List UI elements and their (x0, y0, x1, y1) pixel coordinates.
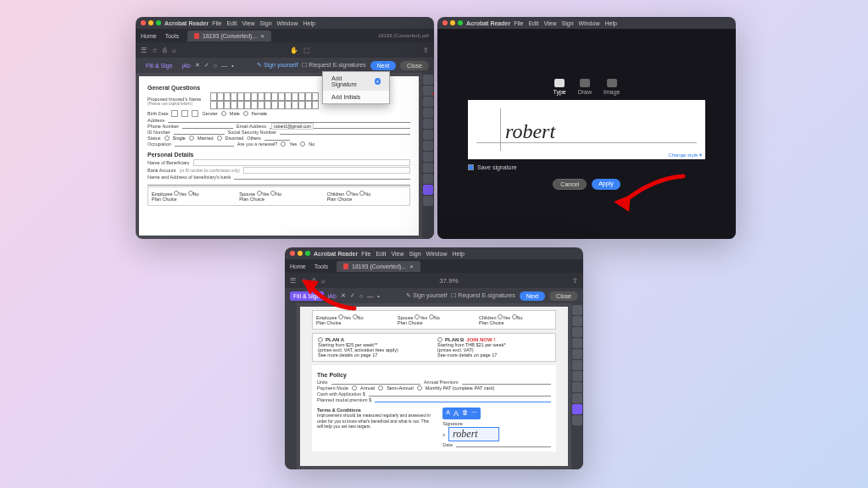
dot-tool-icon[interactable]: • (231, 63, 233, 69)
panel-icon[interactable] (572, 338, 582, 348)
panel-icon[interactable] (572, 371, 582, 381)
bene-addr-field[interactable] (234, 175, 410, 180)
panel-icon[interactable] (423, 97, 433, 107)
apply-button[interactable]: Apply (592, 179, 620, 190)
sig-size-up-icon[interactable]: A (453, 409, 459, 418)
signature-canvas[interactable]: robert Change style ▾ (468, 100, 705, 159)
menu-file[interactable]: File (212, 20, 221, 26)
menu-sign[interactable]: Sign (562, 20, 574, 26)
dot-tool-icon[interactable]: • (377, 293, 379, 299)
menu-window[interactable]: Window (277, 20, 298, 26)
beneficiary-field[interactable] (193, 159, 410, 166)
zoom-level[interactable]: 37.9% (439, 277, 459, 285)
close-tab-icon[interactable]: × (260, 32, 264, 40)
close-window-icon[interactable] (290, 251, 295, 256)
nav-tools[interactable]: Tools (165, 33, 179, 39)
maximize-window-icon[interactable] (305, 251, 310, 256)
radio-renewal-yes[interactable] (281, 141, 286, 147)
panel-icon[interactable] (572, 415, 582, 425)
request-esig-button[interactable]: ☐ Request E-signatures (302, 62, 365, 69)
sig-size-down-icon[interactable]: A (446, 409, 450, 418)
id-field[interactable] (174, 130, 225, 135)
panel-icon[interactable] (423, 174, 433, 184)
occupation-field[interactable] (175, 141, 234, 147)
panel-icon[interactable] (423, 119, 433, 129)
search-icon[interactable]: ⌕ (172, 47, 176, 54)
email-field[interactable]: robert1@gmail.com (270, 124, 410, 129)
check-tool-icon[interactable]: ✓ (350, 292, 355, 299)
request-esig-button[interactable]: ☐ Request E-signatures (451, 292, 515, 299)
document-tab[interactable]: 18193 (Converted)... × (337, 261, 420, 272)
menu-help[interactable]: Help (452, 251, 464, 257)
panel-icon[interactable] (572, 305, 582, 315)
select-tool-icon[interactable]: ⬚ (303, 47, 310, 54)
panel-icon[interactable] (572, 316, 582, 326)
ssn-field[interactable] (280, 130, 410, 135)
maximize-window-icon[interactable] (156, 20, 161, 25)
panel-icon[interactable] (423, 163, 433, 173)
tab-image[interactable]: Image (604, 79, 620, 95)
menu-view[interactable]: View (391, 251, 403, 257)
radio-semi[interactable] (378, 385, 383, 391)
menu-edit[interactable]: Edit (226, 20, 236, 26)
name-grid[interactable] (210, 92, 319, 101)
cancel-button[interactable]: Cancel (553, 179, 587, 190)
cross-tool-icon[interactable]: ✕ (341, 292, 346, 299)
panel-icon[interactable] (423, 141, 433, 151)
print-icon[interactable]: ⎙ (163, 47, 167, 54)
nav-tools[interactable]: Tools (314, 263, 328, 269)
add-initials-item[interactable]: Add Initials (323, 91, 389, 103)
save-checkbox[interactable] (468, 164, 474, 170)
nav-home[interactable]: Home (290, 263, 306, 269)
change-style-link[interactable]: Change style ▾ (668, 152, 702, 158)
menu-sign[interactable]: Sign (409, 251, 421, 257)
circle-tool-icon[interactable]: ○ (359, 293, 363, 299)
add-signature-item[interactable]: Add Signature + (323, 72, 389, 91)
panel-icon[interactable] (423, 130, 433, 140)
menu-help[interactable]: Help (604, 20, 616, 26)
panel-icon[interactable] (423, 75, 433, 85)
menu-view[interactable]: View (242, 20, 254, 26)
fillsign-panel-icon[interactable] (572, 404, 582, 414)
maximize-window-icon[interactable] (458, 20, 463, 25)
panel-icon[interactable] (572, 393, 582, 403)
placed-signature[interactable]: robert (448, 427, 499, 441)
panel-icon[interactable] (423, 152, 433, 162)
menu-sign[interactable]: Sign (260, 20, 272, 26)
bank-field[interactable] (243, 167, 410, 174)
menu-file[interactable]: File (514, 20, 523, 26)
cross-tool-icon[interactable]: ✕ (195, 62, 200, 69)
circle-tool-icon[interactable]: ○ (214, 63, 217, 69)
sidebar-toggle-icon[interactable]: ☰ (290, 277, 296, 285)
menu-edit[interactable]: Edit (376, 251, 386, 257)
panel-icon[interactable] (423, 108, 433, 118)
radio-female[interactable] (243, 111, 248, 116)
print-icon[interactable]: ⎙ (312, 277, 316, 285)
star-icon[interactable]: ☆ (301, 277, 307, 285)
radio-single[interactable] (164, 136, 170, 141)
minimize-window-icon[interactable] (298, 251, 303, 256)
panel-icon[interactable] (572, 382, 582, 392)
next-button[interactable]: Next (520, 291, 545, 301)
line-tool-icon[interactable]: — (221, 63, 227, 69)
sig-more-icon[interactable]: ⋯ (471, 409, 477, 418)
share-icon[interactable]: ⇪ (423, 47, 429, 54)
panel-icon[interactable] (572, 349, 582, 359)
search-icon[interactable]: ⌕ (321, 277, 326, 285)
radio-renewal-no[interactable] (300, 141, 305, 147)
star-icon[interactable]: ☆ (152, 47, 158, 54)
close-button[interactable]: Close (549, 291, 578, 301)
menu-help[interactable]: Help (303, 20, 314, 26)
name-grid-2[interactable] (210, 101, 319, 109)
radio-divorced[interactable] (217, 136, 222, 141)
panel-icon[interactable] (572, 360, 582, 370)
line-tool-icon[interactable]: — (367, 293, 373, 299)
menu-view[interactable]: View (543, 20, 556, 26)
fillsign-panel-icon[interactable] (423, 185, 433, 195)
menu-window[interactable]: Window (579, 20, 600, 26)
text-tool-icon[interactable]: |Ab (328, 293, 337, 299)
menu-edit[interactable]: Edit (528, 20, 538, 26)
radio-annual[interactable] (352, 385, 357, 391)
close-button[interactable]: Close (400, 61, 429, 70)
minimize-window-icon[interactable] (450, 20, 455, 25)
